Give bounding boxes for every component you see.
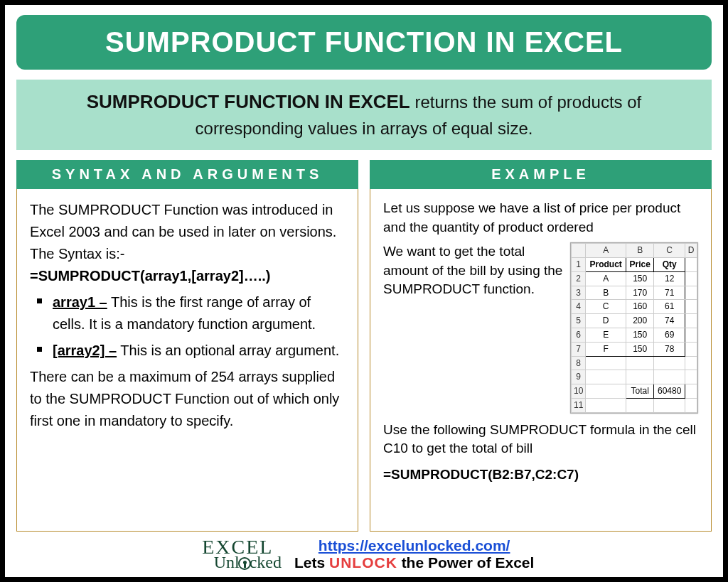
total-row: 10Total60480 xyxy=(572,384,697,399)
table-row: 2A15012 xyxy=(572,271,697,286)
syntax-arg-1: array1 – This is the first range of arra… xyxy=(34,291,345,335)
syntax-body: The SUMPRODUCT Function was introduced i… xyxy=(16,189,358,532)
arg2-desc: This is an optional array argument. xyxy=(117,343,339,358)
row-1: 1 xyxy=(572,257,586,271)
col-D: D xyxy=(685,244,697,258)
table-row: 9 xyxy=(572,370,697,384)
syntax-formula: =SUMPRODUCT(array1,[array2]…..) xyxy=(30,265,345,287)
table-row: 3B17071 xyxy=(572,286,697,300)
example-formula: =SUMPRODUCT(B2:B7,C2:C7) xyxy=(383,465,698,485)
hdr-qty: Qty xyxy=(654,257,685,271)
description-strong: SUMPRODUCT FUNCTION IN EXCEL xyxy=(87,91,410,112)
col-B: B xyxy=(626,244,654,258)
total-label: Total xyxy=(626,384,654,399)
example-intro: Let us suppose we have a list of price p… xyxy=(383,199,698,237)
page-title: SUMPRODUCT FUNCTION IN EXCEL xyxy=(105,26,623,58)
table-row: 7F15078 xyxy=(572,342,697,356)
logo-x-icon: X xyxy=(215,536,231,558)
page-title-banner: SUMPRODUCT FUNCTION IN EXCEL xyxy=(16,15,712,70)
example-column: EXAMPLE Let us suppose we have a list of… xyxy=(370,160,712,532)
unlock-word: UNLOCK xyxy=(329,554,397,571)
syntax-note: There can be a maximum of 254 arrays sup… xyxy=(30,366,345,432)
syntax-args-list: array1 – This is the first range of arra… xyxy=(30,291,345,362)
syntax-column: SYNTAX AND ARGUMENTS The SUMPRODUCT Func… xyxy=(16,160,358,532)
arg2-name: [array2] – xyxy=(53,343,117,358)
logo: EXCEL Unlcked xyxy=(194,538,282,570)
col-A: A xyxy=(586,244,626,258)
syntax-intro: The SUMPRODUCT Function was introduced i… xyxy=(30,199,345,265)
col-C: C xyxy=(654,244,685,258)
spreadsheet-table: A B C D 1 Product Price Qty 2A15012 xyxy=(571,243,697,413)
table-row: 5D20074 xyxy=(572,314,697,328)
total-value: 60480 xyxy=(654,384,685,399)
arg1-name: array1 – xyxy=(53,294,107,310)
table-row: 11 xyxy=(572,398,697,412)
example-row: We want to get the total amount of the b… xyxy=(383,242,698,414)
hdr-product: Product xyxy=(586,257,626,271)
table-row: 6E15069 xyxy=(572,328,697,342)
syntax-header: SYNTAX AND ARGUMENTS xyxy=(16,160,358,189)
mini-spreadsheet: A B C D 1 Product Price Qty 2A15012 xyxy=(570,242,698,414)
sheet-col-row: A B C D xyxy=(572,244,697,258)
columns-container: SYNTAX AND ARGUMENTS The SUMPRODUCT Func… xyxy=(16,160,712,532)
hdr-price: Price xyxy=(626,257,654,271)
syntax-arg-2: [array2] – This is an optional array arg… xyxy=(34,340,345,362)
table-row: 4C16061 xyxy=(572,300,697,314)
example-goal: We want to get the total amount of the b… xyxy=(383,242,563,299)
footer-url-link[interactable]: https://excelunlocked.com/ xyxy=(318,537,510,554)
example-instruction: Use the following SUMPRODUCT formula in … xyxy=(383,421,698,458)
footer: EXCEL Unlcked https://excelunlocked.com/… xyxy=(16,536,712,571)
footer-text: https://excelunlocked.com/ Lets UNLOCK t… xyxy=(294,537,534,571)
keyhole-icon xyxy=(238,557,251,570)
description-banner: SUMPRODUCT FUNCTION IN EXCEL returns the… xyxy=(16,80,712,150)
example-header: EXAMPLE xyxy=(370,160,712,189)
sheet-header-row: 1 Product Price Qty xyxy=(572,257,697,271)
example-body: Let us suppose we have a list of price p… xyxy=(370,189,712,532)
cell-D1 xyxy=(685,257,697,271)
table-row: 8 xyxy=(572,356,697,370)
corner-cell xyxy=(572,244,586,258)
footer-tagline: Lets UNLOCK the Power of Excel xyxy=(294,554,534,571)
